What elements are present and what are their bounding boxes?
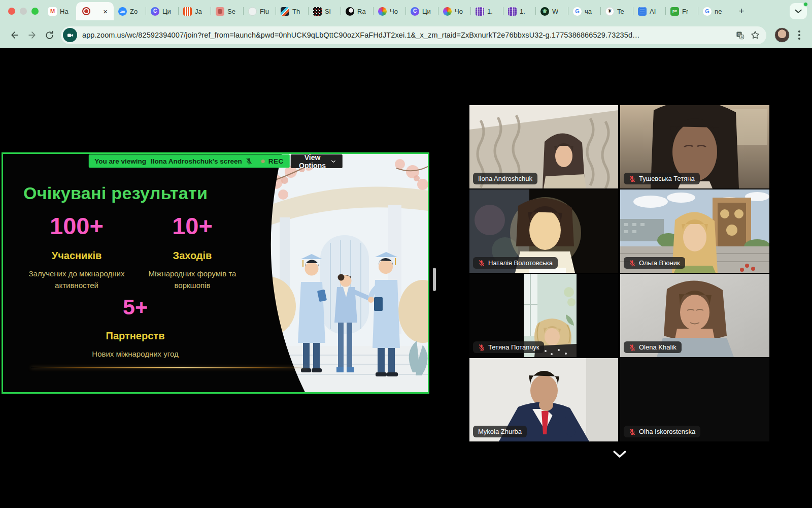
- tab-cho-1[interactable]: Чо: [374, 0, 406, 22]
- tab-sheet-2[interactable]: 1.: [503, 0, 536, 22]
- video-camera-icon: [66, 31, 74, 39]
- tab-zoom[interactable]: Zo: [114, 0, 146, 22]
- table-purple-icon: [508, 7, 517, 16]
- browser-window: Ha × Zo Ци Ja Se Flu Th Si Ra Чо Ци Чо 1…: [0, 0, 812, 508]
- video-tile-tushevska[interactable]: Тушевська Тетяна: [620, 105, 769, 188]
- moon-black-icon: [346, 7, 354, 16]
- reload-icon: [45, 30, 54, 40]
- tab-sheet-1[interactable]: 1.: [471, 0, 503, 22]
- pale-icon: [248, 7, 257, 16]
- screen-share-banner: You are viewing Ilona Androshchuk's scre…: [88, 154, 342, 168]
- tab-ne[interactable]: ne: [698, 0, 731, 22]
- back-button[interactable]: [6, 26, 23, 44]
- recording-icon: [82, 7, 90, 15]
- reload-button[interactable]: [41, 26, 58, 44]
- participant-name-tag: Olha Iskorostenska: [624, 426, 700, 437]
- participant-name-tag: Тетяна Потапчук: [473, 341, 544, 353]
- tab-flu[interactable]: Flu: [244, 0, 276, 22]
- pinwheel-icon: [443, 7, 452, 16]
- pattern-black-icon: [313, 7, 322, 16]
- video-tile-olha-iskorostenska[interactable]: Olha Iskorostenska: [620, 358, 769, 441]
- muted-mic-icon: [478, 260, 485, 267]
- tab-si[interactable]: Si: [309, 0, 341, 22]
- slide-divider-line: [31, 367, 308, 368]
- translate-icon[interactable]: GA: [735, 30, 745, 40]
- tab-ra[interactable]: Ra: [341, 0, 374, 22]
- chevron-down-icon: [795, 9, 802, 14]
- window-controls: [8, 8, 39, 15]
- chevron-down-icon: [331, 160, 335, 164]
- tab-strip: Ha × Zo Ци Ja Se Flu Th Si Ra Чо Ци Чо 1…: [0, 0, 812, 22]
- collapse-gallery-button[interactable]: [469, 451, 769, 458]
- tab-ja[interactable]: Ja: [179, 0, 211, 22]
- close-window-button[interactable]: [8, 8, 15, 15]
- minimize-window-button[interactable]: [20, 8, 27, 15]
- lotus-icon: [540, 7, 549, 16]
- video-tile-olha-vyunyk[interactable]: Ольга В'юник: [620, 189, 769, 273]
- tab-w[interactable]: W: [536, 0, 568, 22]
- participant-name: Olena Khalik: [639, 343, 676, 351]
- google-icon: [573, 7, 582, 16]
- muted-mic-icon: [629, 428, 636, 435]
- tab-se[interactable]: Se: [211, 0, 244, 22]
- slide-stat-partnerships: 5+ Партнерств Нових міжнародних угод: [63, 296, 208, 360]
- participant-video-grid: Ilona Androshchuk Тушевська Тетян: [469, 105, 769, 441]
- video-tile-tetiana[interactable]: Тетяна Потапчук: [469, 274, 618, 357]
- muted-mic-icon: [246, 157, 253, 165]
- rec-indicator-dot: [261, 160, 265, 163]
- tab-search-button[interactable]: [790, 3, 807, 19]
- participant-name-tag: Наталія Волотовська: [473, 257, 558, 269]
- participant-name: Тетяна Потапчук: [488, 343, 539, 351]
- back-arrow-icon: [10, 30, 20, 40]
- muted-mic-icon: [478, 344, 485, 351]
- profile-avatar[interactable]: [774, 27, 790, 43]
- shared-screen-view[interactable]: You are viewing Ilona Androshchuk's scre…: [2, 152, 429, 394]
- forward-button[interactable]: [23, 26, 41, 44]
- viewing-prefix: You are viewing: [94, 157, 146, 165]
- camera-in-use-chip[interactable]: [63, 28, 77, 42]
- video-tile-olena[interactable]: Olena Khalik: [620, 274, 769, 357]
- new-tab-button[interactable]: +: [734, 4, 749, 19]
- google-icon: [703, 7, 712, 16]
- tab-ci-1[interactable]: Ци: [146, 0, 179, 22]
- slide-title: Очікувані результати: [23, 183, 208, 203]
- tab-gmail[interactable]: Ha: [44, 0, 76, 22]
- presenter-name: Ilona Androshchuk's screen: [151, 157, 242, 165]
- participant-name-tag: Ольга В'юник: [624, 257, 685, 269]
- view-options-button[interactable]: View Options: [291, 154, 343, 168]
- tab-ai[interactable]: AI: [633, 0, 666, 22]
- participant-name-tag: Olena Khalik: [624, 341, 682, 353]
- fullscreen-window-button[interactable]: [31, 8, 39, 15]
- participant-name: Наталія Волотовська: [488, 259, 553, 267]
- scrollbar-thumb[interactable]: [433, 268, 436, 291]
- muted-mic-icon: [629, 175, 636, 182]
- tab-fr[interactable]: Fr: [666, 0, 698, 22]
- tab-te[interactable]: Te: [601, 0, 633, 22]
- participant-name-tag: Ilona Androshchuk: [473, 173, 537, 184]
- slide-stat-events: 10+ Заходів Міжнародних форумів та воркш…: [134, 214, 251, 291]
- participant-name: Ilona Androshchuk: [478, 175, 532, 182]
- docs-blue-icon: [638, 7, 647, 16]
- tab-list: Ha × Zo Ци Ja Se Flu Th Si Ra Чо Ци Чо 1…: [44, 0, 749, 22]
- video-tile-mykola[interactable]: Mykola Zhurba: [469, 358, 618, 441]
- address-bar[interactable]: app.zoom.us/wc/82592394007/join?ref_from…: [61, 26, 766, 44]
- forward-arrow-icon: [27, 30, 37, 40]
- pinwheel-icon: [378, 7, 387, 16]
- zoom-app-icon: [118, 7, 127, 16]
- tab-cho-2[interactable]: Чо: [438, 0, 471, 22]
- muted-mic-icon: [629, 260, 636, 267]
- video-tile-natalia[interactable]: Наталія Волотовська: [469, 189, 618, 273]
- stripes-dark-icon: [281, 7, 289, 16]
- bookmark-star-icon[interactable]: [750, 30, 760, 40]
- zoom-meeting-page: You are viewing Ilona Androshchuk's scre…: [0, 48, 812, 508]
- tab-active-zoom-meeting[interactable]: ×: [76, 2, 114, 20]
- browser-menu-button[interactable]: [793, 26, 806, 44]
- participant-name: Тушевська Тетяна: [639, 175, 695, 182]
- browser-toolbar: app.zoom.us/wc/82592394007/join?ref_from…: [0, 22, 812, 48]
- tab-ci-2[interactable]: Ци: [406, 0, 438, 22]
- video-tile-ilona[interactable]: Ilona Androshchuk: [469, 105, 618, 188]
- close-tab-icon[interactable]: ×: [103, 8, 108, 15]
- tab-cha[interactable]: ча: [568, 0, 601, 22]
- tab-th[interactable]: Th: [276, 0, 309, 22]
- slide-illustration-graduates: [260, 154, 428, 392]
